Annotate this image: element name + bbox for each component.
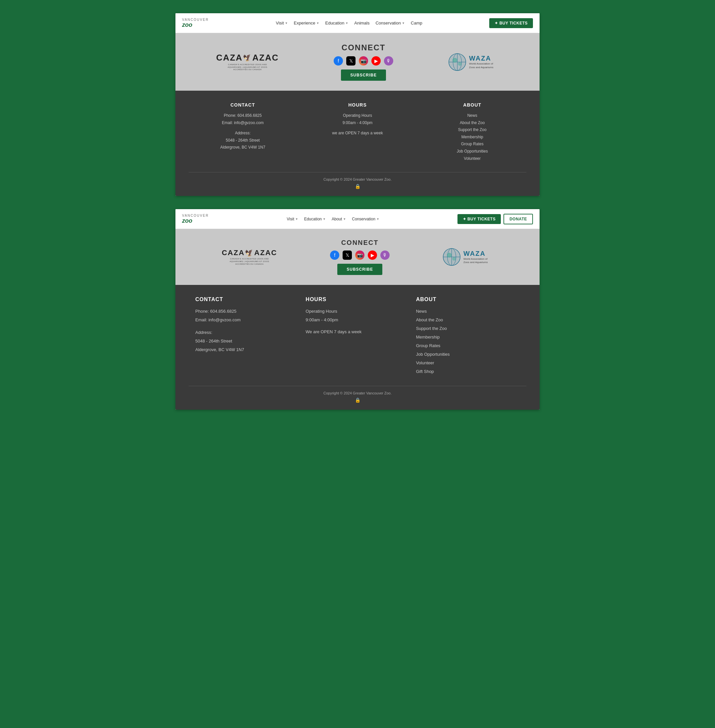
nav-item-conservation[interactable]: Conservation ▼: [376, 21, 405, 26]
nav2-item-about[interactable]: About ▼: [332, 217, 346, 222]
footer-address-line2-1: Aldergrove, BC V4W 1N7: [189, 144, 297, 151]
connect-section-1: CONNECT f 𝕏 📷 ▶ 🎙 SUBSCRIBE: [334, 43, 393, 81]
buy-tickets-button-1[interactable]: ✦ BUY TICKETS: [489, 18, 533, 28]
caza-logo-2: CAZA 🦅 AZAC CANADA'S ACCREDITED ZOOS AND…: [222, 249, 277, 265]
footer-address-line1-2: 5048 - 264th Street: [195, 337, 299, 345]
footer-address-label-1: Address:: [189, 130, 297, 137]
waza-text-block-1: WAZA World Association of Zoos and Aquar…: [469, 54, 499, 69]
partners-section-1: CAZA 🦅 AZAC CANADA'S ACCREDITED ZOOS AND…: [175, 33, 540, 90]
footer2-link-jobs[interactable]: Job Opportunities: [416, 350, 520, 359]
footer-hours-time-2: 9:00am - 4:00pm: [306, 316, 409, 324]
facebook-icon[interactable]: f: [334, 56, 343, 66]
footer-dark-1: CONTACT Phone: 604.856.6825 Email: info@…: [175, 90, 540, 196]
footer-hours-title-2: HOURS: [306, 297, 409, 303]
footer-phone-1: Phone: 604.856.6825: [189, 112, 297, 119]
footer-link-news-1[interactable]: News: [418, 112, 526, 119]
footer-hours-time-1: 9:00am - 4:00pm: [303, 119, 412, 127]
instagram-icon-2[interactable]: 📷: [355, 250, 365, 260]
footer-email-2: Email: info@gvzoo.com: [195, 316, 299, 324]
footer-address-line1-1: 5048 - 264th Street: [189, 137, 297, 144]
waza-logo-1: WAZA World Association of Zoos and Aquar…: [448, 53, 499, 71]
footer-link-jobs-1[interactable]: Job Opportunities: [418, 148, 526, 155]
lock-icon-1: 🔒: [355, 184, 361, 189]
connect-section-2: CONNECT f 𝕏 📷 ▶ 🎙 SUBSCRIBE: [330, 239, 390, 275]
footer-columns-2: CONTACT Phone: 604.856.6825 Email: info@…: [189, 297, 526, 376]
footer2-link-membership[interactable]: Membership: [416, 333, 520, 342]
footer-hours-title-1: HOURS: [303, 102, 412, 107]
nav2-item-visit[interactable]: Visit ▼: [287, 217, 298, 222]
twitter-icon[interactable]: 𝕏: [346, 56, 356, 66]
caza-text-1: CAZA: [216, 53, 243, 63]
logo-zoo-text-2: zoo: [182, 217, 192, 224]
svg-point-13: [452, 257, 456, 261]
nav-item-education[interactable]: Education ▼: [325, 21, 348, 26]
waza-globe-icon: [448, 53, 466, 71]
svg-point-6: [458, 62, 462, 66]
footer-about-1: ABOUT News About the Zoo Support the Zoo…: [418, 102, 526, 162]
footer-link-grouprates-1[interactable]: Group Rates: [418, 141, 526, 148]
nav-item-camp[interactable]: Camp: [411, 21, 422, 26]
footer-link-volunteer-1[interactable]: Volunteer: [418, 155, 526, 163]
youtube-icon-2[interactable]: ▶: [368, 250, 377, 260]
footer-operating-hours-2: Operating Hours: [306, 307, 409, 316]
footer-link-support-1[interactable]: Support the Zoo: [418, 127, 526, 134]
nav-item-animals[interactable]: Animals: [354, 21, 370, 26]
azac-text-2: AZAC: [254, 249, 277, 257]
logo-zoo-text: zoo: [182, 21, 192, 28]
site-card-1: vancouver zoo Visit ▼ Experience ▼ Educa…: [175, 13, 540, 196]
footer-operating-hours-1: Operating Hours: [303, 112, 412, 119]
caza-bird-icon-2: 🦅: [244, 248, 254, 258]
nav-item-experience[interactable]: Experience ▼: [294, 21, 320, 26]
site-card-2: vancouver zoo Visit ▼ Education ▼ About …: [175, 209, 540, 410]
waza-subtitle-2: World Association of Zoos and Aquariums: [463, 258, 493, 264]
connect-title-2: CONNECT: [341, 239, 379, 247]
footer2-link-grouprates[interactable]: Group Rates: [416, 342, 520, 350]
podcast-icon-2[interactable]: 🎙: [380, 250, 390, 260]
footer-link-membership-1[interactable]: Membership: [418, 134, 526, 141]
footer-hours-1: HOURS Operating Hours 9:00am - 4:00pm we…: [303, 102, 412, 162]
nav-links-1: Visit ▼ Experience ▼ Education ▼ Animals…: [276, 21, 422, 26]
subscribe-button-2[interactable]: SUBSCRIBE: [337, 264, 382, 275]
azac-text-1: AZAC: [252, 53, 279, 63]
twitter-icon-2[interactable]: 𝕏: [342, 250, 352, 260]
logo-2[interactable]: vancouver zoo: [182, 214, 209, 225]
footer-bottom-1: Copyright © 2024 Greater Vancouver Zoo. …: [189, 172, 526, 189]
footer-contact-2: CONTACT Phone: 604.856.6825 Email: info@…: [195, 297, 299, 376]
footer-hours-open-1: we are OPEN 7 days a week: [303, 130, 412, 137]
footer-email-1: Email: info@gvzoo.com: [189, 119, 297, 127]
footer-about-title-1: ABOUT: [418, 102, 526, 107]
footer2-link-volunteer[interactable]: Volunteer: [416, 359, 520, 367]
caza-bird-icon: 🦅: [242, 53, 252, 63]
social-icons-2: f 𝕏 📷 ▶ 🎙: [330, 250, 390, 260]
nav2-item-education[interactable]: Education ▼: [304, 217, 326, 222]
nav-links-2: Visit ▼ Education ▼ About ▼ Conservation…: [287, 217, 379, 222]
connect-title-1: CONNECT: [342, 43, 386, 52]
footer2-link-aboutzoo[interactable]: About the Zoo: [416, 316, 520, 324]
footer-copyright-2: Copyright © 2024 Greater Vancouver Zoo.: [189, 391, 526, 395]
nav-actions-2: ✦ BUY TICKETS DONATE: [457, 214, 533, 225]
caza-logo-1: CAZA 🦅 AZAC CANADA'S ACCREDITED ZOOS AND…: [216, 53, 279, 71]
logo-1[interactable]: vancouver zoo: [182, 18, 209, 29]
waza-globe-icon-2: [443, 248, 461, 266]
footer-copyright-1: Copyright © 2024 Greater Vancouver Zoo.: [189, 177, 526, 181]
logo-vancouver-text-2: vancouver: [182, 214, 209, 217]
footer2-link-support[interactable]: Support the Zoo: [416, 324, 520, 333]
footer-address-line2-2: Aldergrove, BC V4W 1N7: [195, 345, 299, 354]
footer2-link-news[interactable]: News: [416, 307, 520, 316]
instagram-icon[interactable]: 📷: [359, 56, 368, 66]
svg-point-5: [453, 57, 457, 63]
buy-tickets-button-2[interactable]: ✦ BUY TICKETS: [457, 214, 501, 224]
facebook-icon-2[interactable]: f: [330, 250, 339, 260]
footer2-link-giftshop[interactable]: Gift Shop: [416, 367, 520, 376]
nav-item-visit[interactable]: Visit ▼: [276, 21, 288, 26]
caza-subtitle-1: CANADA'S ACCREDITED ZOOS AND AQUARIUMS |…: [228, 63, 267, 71]
footer-hours-2: HOURS Operating Hours 9:00am - 4:00pm We…: [306, 297, 409, 376]
youtube-icon[interactable]: ▶: [371, 56, 381, 66]
donate-button-2[interactable]: DONATE: [504, 214, 533, 225]
waza-title-2: WAZA: [463, 250, 493, 258]
subscribe-button-1[interactable]: SUBSCRIBE: [341, 69, 386, 81]
podcast-icon[interactable]: 🎙: [384, 56, 393, 66]
footer-link-aboutzoo-1[interactable]: About the Zoo: [418, 119, 526, 127]
footer-columns-1: CONTACT Phone: 604.856.6825 Email: info@…: [189, 102, 526, 162]
nav2-item-conservation[interactable]: Conservation ▼: [352, 217, 379, 222]
